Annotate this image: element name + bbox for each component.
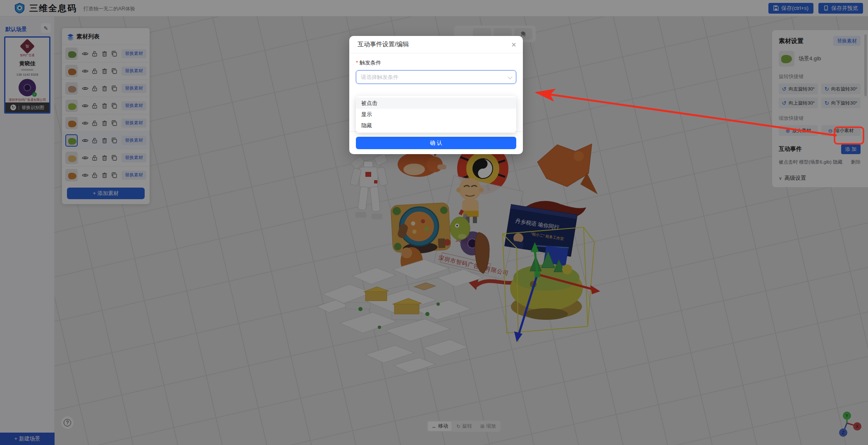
close-icon[interactable]: × <box>511 40 516 49</box>
trigger-condition-dropdown: 被点击 显示 隐藏 <box>356 96 516 133</box>
trigger-condition-select[interactable] <box>356 70 516 84</box>
trigger-condition-label: *触发条件 <box>356 59 516 67</box>
app-root: 黄晓佳 深圳市智码广告通有限公司 <box>0 0 868 445</box>
required-asterisk: * <box>356 59 358 66</box>
interaction-event-modal: 互动事件设置/编辑 × *触发条件 被点击 显示 隐藏 确 认 <box>349 36 523 154</box>
dropdown-option[interactable]: 被点击 <box>356 98 516 109</box>
dropdown-option[interactable]: 显示 <box>356 109 516 120</box>
confirm-button[interactable]: 确 认 <box>356 137 516 149</box>
trigger-condition-input[interactable] <box>356 70 516 84</box>
modal-title: 互动事件设置/编辑 <box>358 40 409 48</box>
dropdown-option[interactable]: 隐藏 <box>356 120 516 131</box>
